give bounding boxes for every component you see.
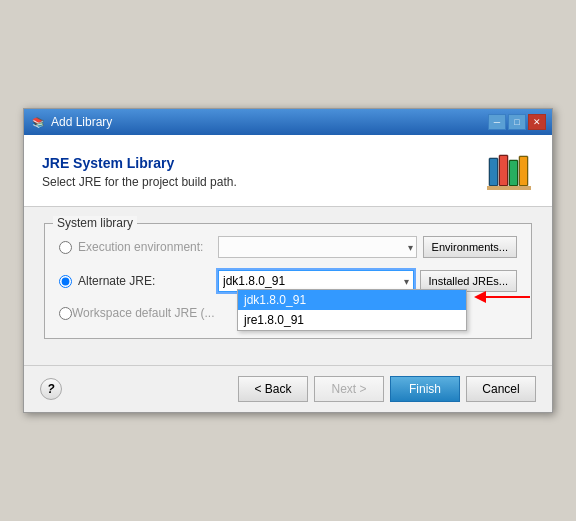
minimize-button[interactable]: ─: [488, 114, 506, 130]
next-button[interactable]: Next >: [314, 376, 384, 402]
execution-env-combo-wrapper: ▾: [218, 236, 417, 258]
footer-left: ?: [40, 378, 62, 400]
footer-right: < Back Next > Finish Cancel: [238, 376, 536, 402]
titlebar-buttons: ─ □ ✕: [488, 114, 546, 130]
execution-env-label: Execution environment:: [78, 240, 218, 254]
content-area: System library Execution environment: ▾ …: [24, 207, 552, 365]
system-library-group: System library Execution environment: ▾ …: [44, 223, 532, 339]
titlebar-title: Add Library: [51, 115, 112, 129]
execution-env-radio[interactable]: [59, 241, 72, 254]
titlebar-left: 📚 Add Library: [30, 114, 112, 130]
svg-rect-5: [510, 161, 517, 185]
titlebar: 📚 Add Library ─ □ ✕: [24, 109, 552, 135]
footer: ? < Back Next > Finish Cancel: [24, 365, 552, 412]
jre-dropdown: jdk1.8.0_91 jre1.8.0_91: [237, 289, 467, 331]
alternate-jre-radio[interactable]: [59, 275, 72, 288]
maximize-button[interactable]: □: [508, 114, 526, 130]
combo-arrow-icon: ▾: [404, 276, 409, 287]
header-text: JRE System Library Select JRE for the pr…: [42, 155, 237, 189]
page-title: JRE System Library: [42, 155, 237, 171]
books-icon: [487, 150, 531, 194]
header-section: JRE System Library Select JRE for the pr…: [24, 135, 552, 207]
workspace-default-radio[interactable]: [59, 307, 72, 320]
header-icon: [484, 149, 534, 194]
alternate-jre-value: jdk1.8.0_91: [223, 274, 389, 288]
close-button[interactable]: ✕: [528, 114, 546, 130]
window-icon: 📚: [30, 114, 46, 130]
help-button[interactable]: ?: [40, 378, 62, 400]
page-subtitle: Select JRE for the project build path.: [42, 175, 237, 189]
execution-env-select[interactable]: [218, 236, 417, 258]
workspace-label-end: ...: [205, 306, 215, 320]
svg-rect-7: [520, 157, 527, 185]
workspace-label: Workspace default JRE (: [72, 306, 205, 320]
dropdown-item-jdk[interactable]: jdk1.8.0_91: [238, 290, 466, 310]
environments-button[interactable]: Environments...: [423, 236, 517, 258]
svg-rect-1: [490, 159, 497, 185]
finish-button[interactable]: Finish: [390, 376, 460, 402]
group-legend: System library: [53, 216, 137, 230]
svg-rect-8: [487, 186, 531, 190]
cancel-button[interactable]: Cancel: [466, 376, 536, 402]
alternate-jre-label: Alternate JRE:: [78, 274, 218, 288]
svg-rect-3: [500, 156, 507, 185]
back-button[interactable]: < Back: [238, 376, 308, 402]
execution-env-row: Execution environment: ▾ Environments...: [59, 234, 517, 260]
dropdown-item-jre[interactable]: jre1.8.0_91: [238, 310, 466, 330]
add-library-dialog: 📚 Add Library ─ □ ✕ JRE System Library S…: [23, 108, 553, 413]
